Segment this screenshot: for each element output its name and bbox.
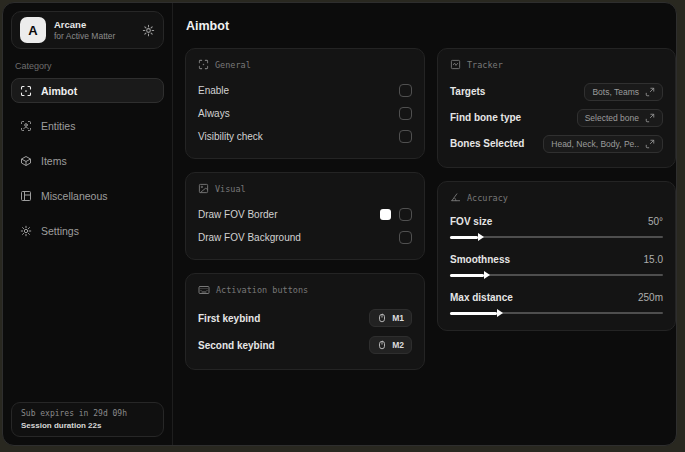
setting-row-visibility-check: Visibility check xyxy=(198,125,412,147)
find-bone-type-dropdown[interactable]: Selected bone xyxy=(577,109,663,127)
image-icon xyxy=(198,183,209,194)
main-content: Aimbot General xyxy=(173,3,677,445)
expand-icon xyxy=(645,139,655,149)
setting-row-bones-selected: Bones Selected Head, Neck, Body, Pe.. xyxy=(450,131,663,156)
setting-row-first-keybind: First keybind M1 xyxy=(198,305,412,331)
setting-label: First keybind xyxy=(198,313,260,324)
angle-icon xyxy=(450,192,461,203)
sidebar-item-entities[interactable]: Entities xyxy=(11,113,164,138)
sidebar-item-label: Miscellaneous xyxy=(41,190,108,202)
mouse-icon xyxy=(377,313,387,323)
slider-group-fov-size: FOV size 50° xyxy=(450,212,663,241)
sidebar-item-miscellaneous[interactable]: Miscellaneous xyxy=(11,183,164,208)
setting-row-always: Always xyxy=(198,102,412,124)
activation-card-title: Activation buttons xyxy=(216,285,308,295)
page-title: Aimbot xyxy=(186,19,676,33)
fov-border-color-swatch[interactable] xyxy=(380,209,391,220)
sidebar-item-label: Entities xyxy=(41,120,75,132)
tracker-card: Tracker Targets Bots, Teams xyxy=(437,48,676,168)
app-subtitle: for Active Matter xyxy=(54,31,115,42)
smoothness-slider[interactable] xyxy=(450,271,663,279)
person-scan-icon xyxy=(20,120,32,132)
setting-label: Draw FOV Border xyxy=(198,209,277,220)
sub-expires-text: Sub expires in 29d 09h xyxy=(21,409,154,418)
sidebar: A Arcane for Active Matter Category xyxy=(3,3,173,445)
setting-row-find-bone-type: Find bone type Selected bone xyxy=(450,105,663,130)
slider-value: 250m xyxy=(638,292,663,303)
activation-buttons-card: Activation buttons First keybind M1 xyxy=(185,273,425,370)
keyboard-icon xyxy=(198,284,210,296)
activation-card-header: Activation buttons xyxy=(198,284,412,296)
app-name: Arcane xyxy=(54,19,115,31)
setting-row-enable: Enable xyxy=(198,79,412,101)
slider-handle[interactable] xyxy=(497,309,503,317)
mouse-icon xyxy=(377,340,387,350)
general-card: General Enable Always Visibility check xyxy=(185,48,425,159)
accuracy-card-header: Accuracy xyxy=(450,192,663,203)
slider-handle[interactable] xyxy=(484,271,490,279)
draw-fov-border-checkbox[interactable] xyxy=(399,208,412,221)
sidebar-item-settings[interactable]: Settings xyxy=(11,218,164,243)
crosshair-scan-icon xyxy=(198,59,209,70)
expand-icon xyxy=(645,113,655,123)
cube-icon xyxy=(20,155,32,167)
setting-label: Second keybind xyxy=(198,340,275,351)
sidebar-item-label: Aimbot xyxy=(41,85,77,97)
slider-fill xyxy=(450,274,484,277)
always-checkbox[interactable] xyxy=(399,107,412,120)
slider-value: 15.0 xyxy=(644,254,663,265)
visibility-check-checkbox[interactable] xyxy=(399,130,412,143)
app-logo: A xyxy=(20,17,46,43)
slider-group-smoothness: Smoothness 15.0 xyxy=(450,250,663,279)
slider-fill xyxy=(450,312,497,315)
fov-size-slider[interactable] xyxy=(450,233,663,241)
setting-label: Smoothness xyxy=(450,254,510,265)
setting-label: Visibility check xyxy=(198,131,263,142)
setting-label: FOV size xyxy=(450,216,492,227)
gear-icon xyxy=(20,225,32,237)
slider-fill xyxy=(450,236,478,239)
keybind-value: M2 xyxy=(392,340,404,350)
setting-label: Always xyxy=(198,108,230,119)
slider-group-max-distance: Max distance 250m xyxy=(450,288,663,317)
tracker-card-title: Tracker xyxy=(467,60,503,70)
sidebar-item-items[interactable]: Items xyxy=(11,148,164,173)
slider-handle[interactable] xyxy=(478,233,484,241)
expand-icon xyxy=(645,87,655,97)
desktop-background: A Arcane for Active Matter Category xyxy=(0,0,685,452)
second-keybind-button[interactable]: M2 xyxy=(369,336,412,354)
panels-icon xyxy=(20,190,32,202)
category-label: Category xyxy=(15,61,160,71)
gear-icon[interactable] xyxy=(142,24,155,37)
setting-row-draw-fov-border: Draw FOV Border xyxy=(198,203,412,225)
keybind-value: M1 xyxy=(392,313,404,323)
general-card-title: General xyxy=(215,60,251,70)
setting-label: Max distance xyxy=(450,292,513,303)
visual-card: Visual Draw FOV Border Draw FOV Backgrou… xyxy=(185,172,425,260)
dropdown-value: Bots, Teams xyxy=(592,87,639,97)
sidebar-item-label: Items xyxy=(41,155,67,167)
dropdown-value: Selected bone xyxy=(585,113,639,123)
draw-fov-background-checkbox[interactable] xyxy=(399,231,412,244)
tracker-card-header: Tracker xyxy=(450,59,663,70)
bones-selected-dropdown[interactable]: Head, Neck, Body, Pe.. xyxy=(543,135,663,153)
app-logo-letter: A xyxy=(28,23,37,38)
activity-icon xyxy=(450,59,461,70)
accuracy-card: Accuracy FOV size 50° xyxy=(437,181,676,331)
setting-label: Enable xyxy=(198,85,229,96)
setting-label: Draw FOV Background xyxy=(198,232,301,243)
setting-label: Bones Selected xyxy=(450,138,524,149)
setting-row-second-keybind: Second keybind M2 xyxy=(198,332,412,358)
brand-card: A Arcane for Active Matter xyxy=(11,11,164,49)
crosshair-scan-icon xyxy=(20,85,32,97)
enable-checkbox[interactable] xyxy=(399,84,412,97)
max-distance-slider[interactable] xyxy=(450,309,663,317)
first-keybind-button[interactable]: M1 xyxy=(369,309,412,327)
sidebar-item-aimbot[interactable]: Aimbot xyxy=(11,78,164,103)
dropdown-value: Head, Neck, Body, Pe.. xyxy=(551,139,639,149)
sidebar-item-label: Settings xyxy=(41,225,79,237)
accuracy-card-title: Accuracy xyxy=(467,193,508,203)
targets-dropdown[interactable]: Bots, Teams xyxy=(584,83,663,101)
setting-row-targets: Targets Bots, Teams xyxy=(450,79,663,104)
visual-card-header: Visual xyxy=(198,183,412,194)
